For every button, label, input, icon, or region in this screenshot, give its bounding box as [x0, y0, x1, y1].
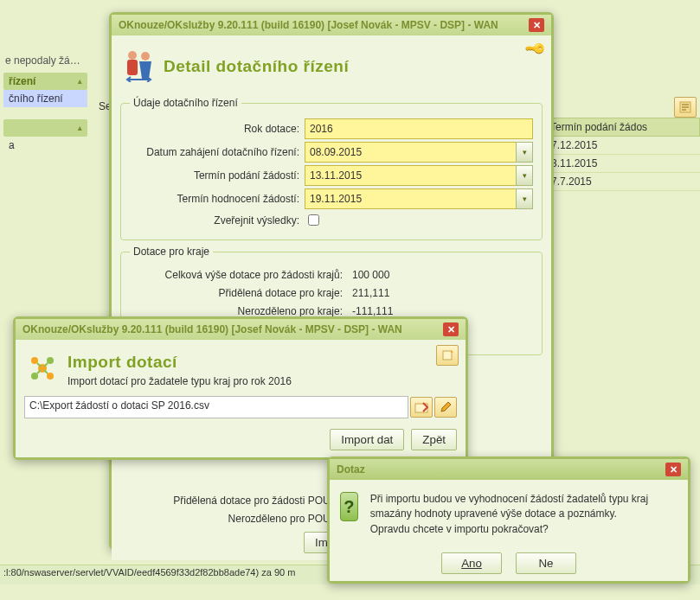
close-icon[interactable]: ✕: [529, 18, 544, 32]
browse-icon[interactable]: [410, 397, 433, 418]
confirm-line2: Opravdu chcete v importu pokračovat?: [370, 522, 678, 537]
window-title-text: OKnouze/OKslužby 9.20.111 (build 16190) …: [22, 323, 402, 335]
value-celkova: 100 000: [348, 267, 394, 283]
sidebar-group-label-2: [9, 122, 11, 134]
import-heading: Import dotací: [67, 353, 292, 372]
fieldset-udaje: Údaje dotačního řízení Rok dotace: 2016 …: [120, 97, 543, 240]
detail-heading: Detail dotačního řízení: [164, 57, 349, 76]
confirm-titlebar[interactable]: Dotaz ✕: [330, 459, 688, 480]
field-rok[interactable]: 2016: [305, 118, 533, 139]
confirm-line1: Při importu budou ve vyhodnocení žádostí…: [370, 492, 678, 522]
label-zahajeni: Datum zahájení dotačního řízení:: [130, 146, 305, 158]
confirm-yes-button[interactable]: Ano: [441, 552, 502, 574]
confirm-dialog: Dotaz ✕ ? Při importu budou ve vyhodnoce…: [327, 456, 690, 584]
confirm-message: Při importu budou ve vyhodnocení žádostí…: [370, 492, 678, 537]
import-dat-button[interactable]: Import dat: [330, 429, 404, 450]
import-subtitle: Import dotací pro žadatele typu kraj pro…: [67, 375, 292, 387]
label-pridelena: Přidělená dotace pro kraje:: [130, 287, 348, 299]
label-pridelena-pou: Přidělená dotace pro žádosti POU:: [120, 495, 338, 507]
close-icon[interactable]: ✕: [443, 322, 459, 336]
sidebar: e nepodaly žádost řízení ▴ čního řízení …: [0, 0, 91, 600]
label-podani: Termín podání žádostí:: [130, 169, 305, 182]
label-nerozdeleno-pou: Nerozděleno pro POU:: [120, 513, 338, 525]
sidebar-note: e nepodaly žádost: [0, 52, 91, 69]
chevron-up-icon: ▴: [78, 124, 82, 132]
list-action-icon[interactable]: [674, 97, 697, 118]
date-dropdown-icon[interactable]: ▾: [516, 142, 533, 163]
file-path-input[interactable]: C:\Export žádostí o dotaci SP 2016.csv: [24, 396, 408, 418]
detail-window-titlebar[interactable]: OKnouze/OKslužby 9.20.111 (build 16190) …: [112, 15, 551, 35]
label-nerozdeleno: Nerozděleno pro kraje:: [130, 305, 348, 317]
list-row[interactable]: 7.7.2015: [544, 173, 700, 191]
fieldset-legend: Dotace pro kraje: [130, 246, 213, 258]
fieldset-legend: Údaje dotačního řízení: [130, 97, 241, 109]
svg-point-1: [128, 51, 137, 60]
confirm-no-button[interactable]: Ne: [516, 552, 576, 574]
people-icon: [122, 48, 155, 85]
label-rok: Rok dotace:: [130, 123, 305, 135]
value-pridelena: 211,111: [348, 285, 394, 301]
sidebar-item-rizeni[interactable]: čního řízení: [3, 90, 87, 107]
label-zverejnit: Zveřejnit výsledky:: [130, 214, 305, 227]
sidebar-group-head-1[interactable]: řízení ▴: [3, 73, 87, 90]
svg-rect-10: [443, 351, 452, 360]
confirm-title-text: Dotaz: [337, 463, 365, 476]
svg-point-6: [47, 357, 54, 364]
svg-rect-2: [127, 60, 138, 75]
date-dropdown-icon[interactable]: ▾: [516, 165, 533, 186]
import-window: OKnouze/OKslužby 9.20.111 (build 16190) …: [13, 316, 468, 460]
edit-icon[interactable]: [434, 397, 457, 418]
svg-point-8: [47, 373, 54, 380]
import-icon: [26, 352, 59, 387]
sidebar-group-label: řízení: [9, 75, 35, 87]
window-title-text: OKnouze/OKslužby 9.20.111 (build 16190) …: [119, 19, 498, 31]
question-icon: ?: [340, 492, 358, 521]
field-zahajeni[interactable]: 08.09.2015: [305, 142, 517, 163]
svg-point-7: [31, 373, 38, 380]
field-hodnoceni[interactable]: 19.11.2015: [305, 188, 517, 209]
list-row[interactable]: 7.12.2015: [544, 137, 700, 155]
import-window-titlebar[interactable]: OKnouze/OKslužby 9.20.111 (build 16190) …: [16, 319, 466, 340]
list-column-header[interactable]: Termín podání žádos: [544, 118, 700, 137]
date-dropdown-icon[interactable]: ▾: [516, 188, 533, 209]
sidebar-item-a[interactable]: a: [3, 137, 87, 154]
close-icon[interactable]: ✕: [665, 463, 681, 476]
new-action-icon[interactable]: [436, 345, 459, 366]
confirm-yes-label: Ano: [461, 557, 482, 570]
list-row[interactable]: 3.11.2015: [544, 155, 700, 173]
label-hodnoceni: Termín hodnocení žádostí:: [130, 193, 305, 205]
checkbox-zverejnit[interactable]: [308, 214, 319, 226]
label-celkova: Celková výše dotace pro žádosti krajů:: [130, 269, 348, 281]
sidebar-group-head-2[interactable]: ▴: [3, 119, 87, 137]
svg-point-3: [141, 52, 150, 61]
zpet-button[interactable]: Zpět: [411, 429, 457, 450]
field-podani[interactable]: 13.11.2015: [305, 165, 517, 186]
chevron-up-icon: ▴: [78, 77, 82, 86]
svg-point-5: [31, 357, 38, 364]
